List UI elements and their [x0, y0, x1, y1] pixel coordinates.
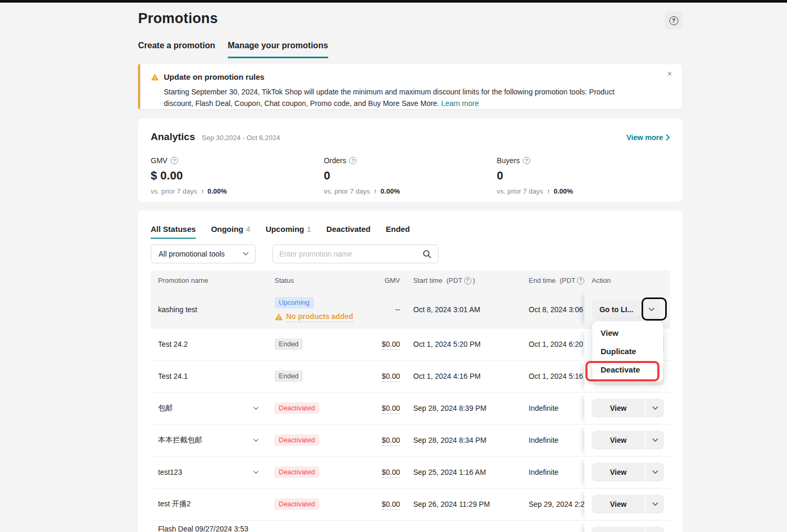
action-cell: View [584, 456, 670, 488]
view-button[interactable]: View [592, 495, 645, 514]
filter-row: All promotional tools [151, 244, 438, 263]
gmv-cell[interactable]: $0.00 [382, 468, 400, 478]
promotion-name: test 开播2 [151, 499, 275, 509]
status-badge: Deactivated [275, 434, 319, 446]
action-dropdown-button[interactable] [646, 463, 664, 482]
promotional-tools-select[interactable]: All promotional tools [151, 244, 256, 263]
status-badge: Upcoming [275, 297, 314, 308]
warning-icon [275, 313, 283, 321]
view-button[interactable] [592, 527, 645, 532]
action-dropdown-button[interactable] [646, 495, 664, 514]
analytics-title: Analytics [151, 131, 195, 143]
status-tab-all[interactable]: All Statuses [151, 225, 196, 239]
view-more-link[interactable]: View more [626, 133, 670, 142]
gmv-cell[interactable]: $0.00 [382, 372, 400, 382]
action-dropdown-button[interactable] [646, 431, 664, 450]
banner-close-icon[interactable]: × [667, 69, 672, 79]
analytics-date-range: Sep 30,2024 - Oct 6,2024 [202, 134, 280, 142]
view-button[interactable]: View [592, 399, 645, 418]
view-button[interactable]: View [592, 431, 645, 450]
gmv-cell[interactable]: $0.00 [382, 436, 400, 446]
chevron-down-icon [652, 406, 658, 410]
table-row: 本本拦截包邮 Deactivated $0.00 Sep 28, 2024 8:… [151, 424, 670, 456]
promotion-rules-banner: Update on promotion rules Starting Septe… [138, 64, 683, 109]
table-row: test 开播2 Deactivated $0.00 Sep 26, 2024 … [151, 488, 670, 520]
chevron-right-icon [666, 134, 670, 141]
banner-text: Starting September 30, 2024, TikTok Shop… [164, 88, 614, 108]
end-time-cell: Oct 1, 2024 6:20 [529, 340, 584, 348]
promotion-name: Flash Deal 09/27/2024 3:53 [151, 520, 275, 532]
gmv-cell[interactable]: $0.00 [382, 340, 400, 350]
end-time-cell: Indefinite [529, 436, 584, 444]
metric-orders: Orders ? 0 vs. prior 7 days ↑ 0.00% [324, 156, 497, 195]
menu-item-view[interactable]: View [592, 324, 663, 342]
col-end-time: End time (PDT?) [529, 276, 584, 284]
start-time-cell: Oct 8, 2024 3:01 AM [400, 305, 529, 314]
status-badge: Ended [275, 338, 303, 350]
metric-gmv-compare-value: 0.00% [207, 187, 227, 195]
status-cell: Upcoming No products added [275, 297, 362, 322]
status-tab-deactivated[interactable]: Deactivated [327, 225, 371, 239]
promotion-name-cell: test123 [151, 468, 275, 476]
chevron-down-icon [652, 470, 658, 474]
metric-buyers: Buyers ? 0 vs. prior 7 days ↑ 0.00% [497, 156, 670, 195]
page-title: Promotions [138, 10, 218, 27]
col-promotion-name: Promotion name [151, 276, 275, 284]
info-icon[interactable]: ? [464, 277, 471, 284]
gmv-cell[interactable]: $0.00 [382, 404, 400, 414]
metric-buyers-label: Buyers [497, 156, 520, 165]
status-tab-upcoming[interactable]: Upcoming1 [266, 225, 311, 239]
banner-title: Update on promotion rules [164, 72, 265, 81]
go-to-live-button[interactable]: Go to LI... [592, 300, 641, 319]
expand-row-icon[interactable] [253, 439, 259, 442]
table-header-row: Promotion name Status GMV Start time (PD… [151, 270, 670, 291]
action-dropdown-button[interactable] [642, 300, 660, 319]
analytics-card: Analytics Sep 30,2024 - Oct 6,2024 View … [138, 119, 683, 202]
start-time-cell: Sep 25, 2024 1:16 AM [400, 468, 529, 476]
action-dropdown-button[interactable] [646, 527, 664, 532]
start-time-cell: Oct 1, 2024 4:16 PM [400, 372, 529, 380]
chevron-down-icon [648, 307, 655, 312]
help-button[interactable]: ? [665, 12, 683, 29]
chevron-down-icon [652, 502, 658, 506]
info-icon[interactable]: ? [349, 157, 356, 164]
analytics-metrics: GMV ? $ 0.00 vs. prior 7 days ↑ 0.00% Or… [151, 156, 670, 195]
status-tab-ongoing[interactable]: Ongoing4 [211, 225, 250, 239]
warning-icon [151, 73, 159, 81]
info-icon[interactable]: ? [577, 277, 584, 284]
start-time-cell: Sep 26, 2024 11:29 PM [400, 500, 529, 508]
menu-item-deactivate[interactable]: Deactivate [592, 360, 663, 379]
metric-buyers-compare-value: 0.00% [554, 187, 573, 195]
col-start-time: Start time (PDT?) [400, 276, 529, 284]
expand-row-icon[interactable] [253, 407, 259, 410]
end-time-cell: Indefinite [529, 468, 584, 476]
gmv-cell[interactable]: $0.00 [382, 500, 400, 510]
status-tab-ended[interactable]: Ended [386, 225, 410, 239]
search-input[interactable] [279, 250, 423, 258]
action-dropdown-button[interactable] [646, 399, 664, 418]
metric-gmv-label: GMV [151, 156, 167, 165]
table-row: kashing test Upcoming No products added … [151, 291, 670, 328]
metric-gmv-compare-label: vs. prior 7 days [151, 187, 197, 195]
start-time-cell: Sep 28, 2024 8:39 PM [400, 404, 529, 412]
learn-more-link[interactable]: Learn more [441, 99, 479, 108]
status-badge: Deactivated [275, 402, 319, 414]
action-cell [584, 520, 670, 532]
expand-row-icon[interactable] [253, 471, 259, 474]
tab-manage-promotions[interactable]: Manage your promotions [228, 41, 328, 58]
search-icon[interactable] [423, 250, 432, 259]
info-icon[interactable]: ? [171, 157, 178, 164]
status-tabs: All Statuses Ongoing4 Upcoming1 Deactiva… [151, 225, 410, 239]
menu-item-duplicate[interactable]: Duplicate [592, 342, 663, 360]
info-icon[interactable]: ? [523, 157, 530, 164]
metric-buyers-value: 0 [497, 169, 670, 183]
view-button[interactable]: View [592, 463, 645, 482]
action-dropdown-menu: View Duplicate Deactivate [592, 321, 663, 382]
start-time-cell: Oct 1, 2024 5:20 PM [400, 340, 529, 348]
metric-buyers-compare-label: vs. prior 7 days [497, 187, 543, 195]
end-time-cell: Oct 8, 2024 3:06 [529, 305, 584, 314]
col-action: Action [584, 270, 670, 291]
trend-up-icon: ↑ [374, 188, 377, 195]
tab-create-promotion[interactable]: Create a promotion [138, 41, 215, 58]
table-row: Flash Deal 09/27/2024 3:53 [151, 520, 670, 532]
